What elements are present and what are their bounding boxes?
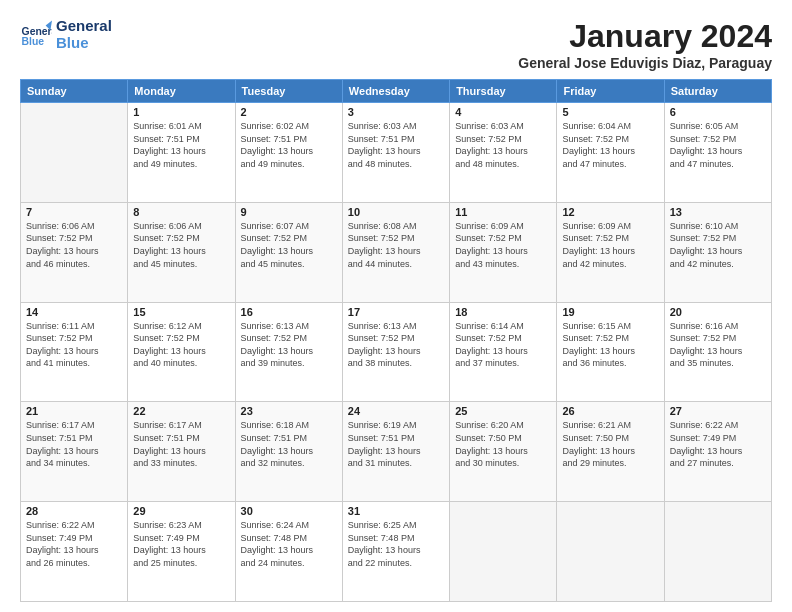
- header-cell-tuesday: Tuesday: [235, 80, 342, 103]
- day-number: 14: [26, 306, 122, 318]
- day-info: Sunrise: 6:20 AMSunset: 7:50 PMDaylight:…: [455, 419, 551, 469]
- day-info: Sunrise: 6:05 AMSunset: 7:52 PMDaylight:…: [670, 120, 766, 170]
- day-info: Sunrise: 6:07 AMSunset: 7:52 PMDaylight:…: [241, 220, 337, 270]
- day-cell: 21Sunrise: 6:17 AMSunset: 7:51 PMDayligh…: [21, 402, 128, 502]
- day-info: Sunrise: 6:11 AMSunset: 7:52 PMDaylight:…: [26, 320, 122, 370]
- day-number: 23: [241, 405, 337, 417]
- header-cell-friday: Friday: [557, 80, 664, 103]
- day-info: Sunrise: 6:08 AMSunset: 7:52 PMDaylight:…: [348, 220, 444, 270]
- day-number: 2: [241, 106, 337, 118]
- day-cell: 2Sunrise: 6:02 AMSunset: 7:51 PMDaylight…: [235, 103, 342, 203]
- day-info: Sunrise: 6:17 AMSunset: 7:51 PMDaylight:…: [26, 419, 122, 469]
- logo-blue: Blue: [56, 34, 89, 51]
- day-number: 18: [455, 306, 551, 318]
- day-number: 26: [562, 405, 658, 417]
- day-cell: 8Sunrise: 6:06 AMSunset: 7:52 PMDaylight…: [128, 202, 235, 302]
- page: General Blue General Blue January 2024 G…: [0, 0, 792, 612]
- header-row: SundayMondayTuesdayWednesdayThursdayFrid…: [21, 80, 772, 103]
- day-info: Sunrise: 6:03 AMSunset: 7:51 PMDaylight:…: [348, 120, 444, 170]
- day-number: 10: [348, 206, 444, 218]
- day-number: 25: [455, 405, 551, 417]
- day-number: 6: [670, 106, 766, 118]
- day-cell: 12Sunrise: 6:09 AMSunset: 7:52 PMDayligh…: [557, 202, 664, 302]
- day-cell: [450, 502, 557, 602]
- day-number: 7: [26, 206, 122, 218]
- logo-general: General: [56, 17, 112, 34]
- day-info: Sunrise: 6:09 AMSunset: 7:52 PMDaylight:…: [455, 220, 551, 270]
- header-cell-wednesday: Wednesday: [342, 80, 449, 103]
- day-info: Sunrise: 6:14 AMSunset: 7:52 PMDaylight:…: [455, 320, 551, 370]
- header-cell-sunday: Sunday: [21, 80, 128, 103]
- day-info: Sunrise: 6:21 AMSunset: 7:50 PMDaylight:…: [562, 419, 658, 469]
- day-cell: 11Sunrise: 6:09 AMSunset: 7:52 PMDayligh…: [450, 202, 557, 302]
- day-cell: 27Sunrise: 6:22 AMSunset: 7:49 PMDayligh…: [664, 402, 771, 502]
- day-cell: 22Sunrise: 6:17 AMSunset: 7:51 PMDayligh…: [128, 402, 235, 502]
- day-cell: [21, 103, 128, 203]
- day-number: 4: [455, 106, 551, 118]
- calendar-table: SundayMondayTuesdayWednesdayThursdayFrid…: [20, 79, 772, 602]
- day-cell: 4Sunrise: 6:03 AMSunset: 7:52 PMDaylight…: [450, 103, 557, 203]
- day-cell: 3Sunrise: 6:03 AMSunset: 7:51 PMDaylight…: [342, 103, 449, 203]
- day-info: Sunrise: 6:19 AMSunset: 7:51 PMDaylight:…: [348, 419, 444, 469]
- day-cell: 18Sunrise: 6:14 AMSunset: 7:52 PMDayligh…: [450, 302, 557, 402]
- day-cell: 26Sunrise: 6:21 AMSunset: 7:50 PMDayligh…: [557, 402, 664, 502]
- day-info: Sunrise: 6:17 AMSunset: 7:51 PMDaylight:…: [133, 419, 229, 469]
- day-cell: 1Sunrise: 6:01 AMSunset: 7:51 PMDaylight…: [128, 103, 235, 203]
- day-number: 1: [133, 106, 229, 118]
- day-info: Sunrise: 6:23 AMSunset: 7:49 PMDaylight:…: [133, 519, 229, 569]
- day-cell: 29Sunrise: 6:23 AMSunset: 7:49 PMDayligh…: [128, 502, 235, 602]
- day-cell: 15Sunrise: 6:12 AMSunset: 7:52 PMDayligh…: [128, 302, 235, 402]
- day-cell: 23Sunrise: 6:18 AMSunset: 7:51 PMDayligh…: [235, 402, 342, 502]
- day-cell: [664, 502, 771, 602]
- day-number: 9: [241, 206, 337, 218]
- day-number: 13: [670, 206, 766, 218]
- header-cell-monday: Monday: [128, 80, 235, 103]
- logo: General Blue General Blue: [20, 18, 112, 51]
- day-number: 19: [562, 306, 658, 318]
- day-cell: 19Sunrise: 6:15 AMSunset: 7:52 PMDayligh…: [557, 302, 664, 402]
- day-info: Sunrise: 6:13 AMSunset: 7:52 PMDaylight:…: [348, 320, 444, 370]
- day-info: Sunrise: 6:04 AMSunset: 7:52 PMDaylight:…: [562, 120, 658, 170]
- day-number: 31: [348, 505, 444, 517]
- week-row-3: 14Sunrise: 6:11 AMSunset: 7:52 PMDayligh…: [21, 302, 772, 402]
- day-cell: 16Sunrise: 6:13 AMSunset: 7:52 PMDayligh…: [235, 302, 342, 402]
- day-cell: 31Sunrise: 6:25 AMSunset: 7:48 PMDayligh…: [342, 502, 449, 602]
- day-number: 17: [348, 306, 444, 318]
- day-info: Sunrise: 6:25 AMSunset: 7:48 PMDaylight:…: [348, 519, 444, 569]
- day-number: 11: [455, 206, 551, 218]
- day-info: Sunrise: 6:06 AMSunset: 7:52 PMDaylight:…: [133, 220, 229, 270]
- day-info: Sunrise: 6:06 AMSunset: 7:52 PMDaylight:…: [26, 220, 122, 270]
- day-number: 15: [133, 306, 229, 318]
- day-number: 3: [348, 106, 444, 118]
- day-number: 30: [241, 505, 337, 517]
- day-cell: 14Sunrise: 6:11 AMSunset: 7:52 PMDayligh…: [21, 302, 128, 402]
- day-number: 29: [133, 505, 229, 517]
- header: General Blue General Blue January 2024 G…: [20, 18, 772, 71]
- day-number: 12: [562, 206, 658, 218]
- day-cell: 17Sunrise: 6:13 AMSunset: 7:52 PMDayligh…: [342, 302, 449, 402]
- svg-text:Blue: Blue: [22, 36, 45, 47]
- day-cell: 6Sunrise: 6:05 AMSunset: 7:52 PMDaylight…: [664, 103, 771, 203]
- day-info: Sunrise: 6:24 AMSunset: 7:48 PMDaylight:…: [241, 519, 337, 569]
- day-cell: 9Sunrise: 6:07 AMSunset: 7:52 PMDaylight…: [235, 202, 342, 302]
- day-number: 5: [562, 106, 658, 118]
- day-info: Sunrise: 6:18 AMSunset: 7:51 PMDaylight:…: [241, 419, 337, 469]
- day-cell: 7Sunrise: 6:06 AMSunset: 7:52 PMDaylight…: [21, 202, 128, 302]
- day-cell: [557, 502, 664, 602]
- subtitle: General Jose Eduvigis Diaz, Paraguay: [518, 55, 772, 71]
- logo-icon: General Blue: [20, 19, 52, 51]
- week-row-5: 28Sunrise: 6:22 AMSunset: 7:49 PMDayligh…: [21, 502, 772, 602]
- day-cell: 25Sunrise: 6:20 AMSunset: 7:50 PMDayligh…: [450, 402, 557, 502]
- day-cell: 30Sunrise: 6:24 AMSunset: 7:48 PMDayligh…: [235, 502, 342, 602]
- day-info: Sunrise: 6:03 AMSunset: 7:52 PMDaylight:…: [455, 120, 551, 170]
- day-info: Sunrise: 6:13 AMSunset: 7:52 PMDaylight:…: [241, 320, 337, 370]
- day-number: 8: [133, 206, 229, 218]
- day-info: Sunrise: 6:16 AMSunset: 7:52 PMDaylight:…: [670, 320, 766, 370]
- day-cell: 5Sunrise: 6:04 AMSunset: 7:52 PMDaylight…: [557, 103, 664, 203]
- day-cell: 28Sunrise: 6:22 AMSunset: 7:49 PMDayligh…: [21, 502, 128, 602]
- day-number: 16: [241, 306, 337, 318]
- day-info: Sunrise: 6:10 AMSunset: 7:52 PMDaylight:…: [670, 220, 766, 270]
- day-cell: 13Sunrise: 6:10 AMSunset: 7:52 PMDayligh…: [664, 202, 771, 302]
- header-cell-saturday: Saturday: [664, 80, 771, 103]
- day-cell: 20Sunrise: 6:16 AMSunset: 7:52 PMDayligh…: [664, 302, 771, 402]
